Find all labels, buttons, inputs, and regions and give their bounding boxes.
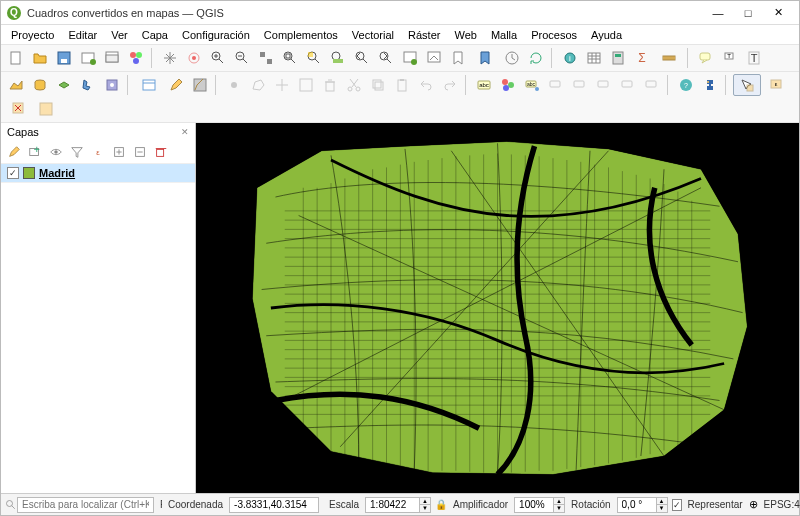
add-vector-layer-button[interactable] bbox=[5, 74, 27, 96]
lock-scale-icon[interactable]: 🔒 bbox=[435, 499, 447, 510]
temporal-button[interactable] bbox=[501, 47, 523, 69]
pan-button[interactable] bbox=[159, 47, 181, 69]
select-by-value-button[interactable]: ε bbox=[763, 74, 791, 96]
scale-input[interactable] bbox=[365, 497, 420, 513]
toggle-editing-button[interactable] bbox=[165, 74, 187, 96]
annotation-button[interactable]: T bbox=[719, 47, 741, 69]
menu-project[interactable]: Proyecto bbox=[5, 27, 60, 43]
plugin-1-button[interactable]: ? bbox=[675, 74, 697, 96]
move-label-button[interactable] bbox=[593, 74, 615, 96]
new-geopackage-button[interactable] bbox=[53, 74, 75, 96]
zoom-full-button[interactable] bbox=[279, 47, 301, 69]
menu-mesh[interactable]: Malla bbox=[485, 27, 523, 43]
zoom-in-button[interactable] bbox=[207, 47, 229, 69]
chevron-up-icon[interactable]: ▲ bbox=[554, 498, 564, 505]
maximize-button[interactable]: □ bbox=[733, 3, 763, 23]
style-manager-button[interactable] bbox=[125, 47, 147, 69]
statistics-button[interactable]: Σ bbox=[631, 47, 653, 69]
filter-legend-button[interactable] bbox=[68, 143, 86, 161]
close-button[interactable]: ✕ bbox=[763, 3, 793, 23]
new-project-button[interactable] bbox=[5, 47, 27, 69]
menu-view[interactable]: Ver bbox=[105, 27, 134, 43]
maptips-button[interactable] bbox=[695, 47, 717, 69]
rotate-label-button[interactable] bbox=[617, 74, 639, 96]
menu-help[interactable]: Ayuda bbox=[585, 27, 628, 43]
new-shapefile-button[interactable] bbox=[77, 74, 99, 96]
label-button[interactable]: abc bbox=[473, 74, 495, 96]
chevron-down-icon[interactable]: ▼ bbox=[657, 505, 667, 512]
add-group-button[interactable] bbox=[26, 143, 44, 161]
zoom-out-button[interactable] bbox=[231, 47, 253, 69]
panel-close-icon[interactable]: ✕ bbox=[181, 127, 189, 137]
minimize-button[interactable]: — bbox=[703, 3, 733, 23]
layer-item-madrid[interactable]: Madrid bbox=[1, 164, 195, 183]
map-canvas[interactable] bbox=[196, 123, 799, 493]
open-project-button[interactable] bbox=[29, 47, 51, 69]
select-by-expression-button[interactable] bbox=[35, 98, 57, 120]
new-vector-layer-button[interactable] bbox=[29, 74, 51, 96]
render-checkbox[interactable] bbox=[672, 499, 682, 511]
show-labels-button[interactable]: abc bbox=[521, 74, 543, 96]
new-map-view-button[interactable] bbox=[399, 47, 421, 69]
menu-settings[interactable]: Configuración bbox=[176, 27, 256, 43]
zoom-last-button[interactable] bbox=[351, 47, 373, 69]
crs-label[interactable]: EPSG:4258 bbox=[762, 499, 800, 510]
vertex-tool-button[interactable] bbox=[271, 74, 293, 96]
menu-layer[interactable]: Capa bbox=[136, 27, 174, 43]
chevron-down-icon[interactable]: ▼ bbox=[554, 505, 564, 512]
menu-processing[interactable]: Procesos bbox=[525, 27, 583, 43]
zoom-next-button[interactable] bbox=[375, 47, 397, 69]
attribute-table-button[interactable] bbox=[583, 47, 605, 69]
refresh-button[interactable] bbox=[525, 47, 547, 69]
new-3d-view-button[interactable] bbox=[423, 47, 445, 69]
save-project-button[interactable] bbox=[53, 47, 75, 69]
manage-themes-button[interactable] bbox=[47, 143, 65, 161]
crs-icon[interactable]: ⊕ bbox=[749, 498, 758, 511]
field-calculator-button[interactable] bbox=[607, 47, 629, 69]
layout-manager-button[interactable] bbox=[101, 47, 123, 69]
save-edits-button[interactable] bbox=[189, 74, 211, 96]
rotation-spin[interactable]: ▲▼ bbox=[617, 497, 668, 513]
coordinate-input[interactable] bbox=[229, 497, 319, 513]
copy-features-button[interactable] bbox=[367, 74, 389, 96]
diagram-button[interactable] bbox=[497, 74, 519, 96]
python-console-button[interactable] bbox=[699, 74, 721, 96]
new-temp-layer-button[interactable] bbox=[101, 74, 123, 96]
select-features-button[interactable] bbox=[733, 74, 761, 96]
legend-expression-button[interactable]: ε bbox=[89, 143, 107, 161]
deselect-all-button[interactable] bbox=[5, 98, 33, 120]
bookmarks-button[interactable] bbox=[471, 47, 499, 69]
menu-vector[interactable]: Vectorial bbox=[346, 27, 400, 43]
new-bookmark-button[interactable] bbox=[447, 47, 469, 69]
change-label-button[interactable] bbox=[641, 74, 663, 96]
layer-styling-button[interactable] bbox=[5, 143, 23, 161]
identify-button[interactable]: i bbox=[559, 47, 581, 69]
undo-button[interactable] bbox=[415, 74, 437, 96]
locator-input[interactable] bbox=[17, 497, 154, 513]
collapse-all-button[interactable] bbox=[131, 143, 149, 161]
menu-plugins[interactable]: Complementos bbox=[258, 27, 344, 43]
measure-button[interactable] bbox=[655, 47, 683, 69]
paste-features-button[interactable] bbox=[391, 74, 413, 96]
pan-to-selection-button[interactable] bbox=[183, 47, 205, 69]
show-pinned-button[interactable] bbox=[569, 74, 591, 96]
chevron-up-icon[interactable]: ▲ bbox=[420, 498, 430, 505]
chevron-up-icon[interactable]: ▲ bbox=[657, 498, 667, 505]
rotation-input[interactable] bbox=[617, 497, 657, 513]
cut-features-button[interactable] bbox=[343, 74, 365, 96]
layer-visibility-checkbox[interactable] bbox=[7, 167, 19, 179]
new-layout-button[interactable] bbox=[77, 47, 99, 69]
menu-edit[interactable]: Editar bbox=[62, 27, 103, 43]
modify-attributes-button[interactable] bbox=[295, 74, 317, 96]
scale-selector[interactable]: ▲▼ bbox=[365, 497, 431, 513]
remove-layer-button[interactable] bbox=[152, 143, 170, 161]
redo-button[interactable] bbox=[439, 74, 461, 96]
magnifier-input[interactable] bbox=[514, 497, 554, 513]
add-feature-button[interactable] bbox=[223, 74, 245, 96]
expand-all-button[interactable] bbox=[110, 143, 128, 161]
zoom-selection-button[interactable] bbox=[303, 47, 325, 69]
pin-labels-button[interactable] bbox=[545, 74, 567, 96]
magnifier-spin[interactable]: ▲▼ bbox=[514, 497, 565, 513]
current-edits-button[interactable] bbox=[135, 74, 163, 96]
zoom-layer-button[interactable] bbox=[327, 47, 349, 69]
